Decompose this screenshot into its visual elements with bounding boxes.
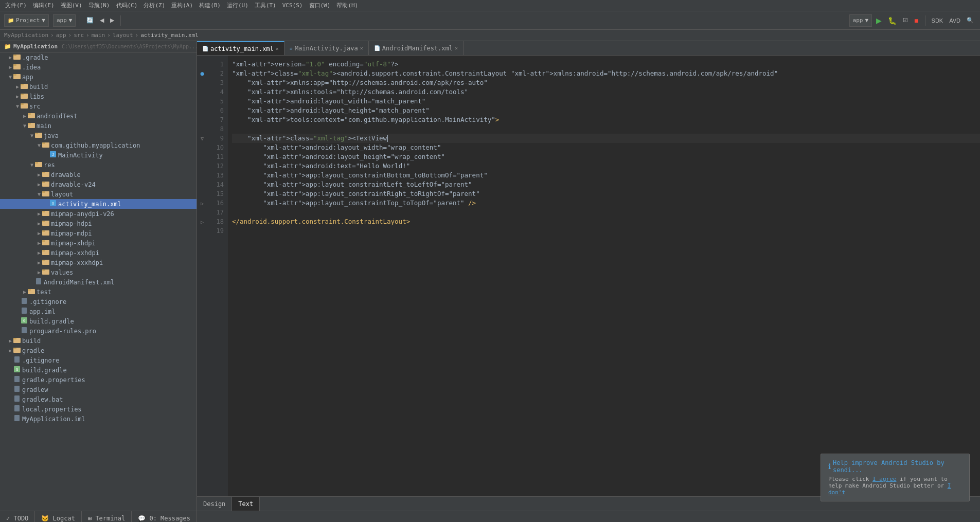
coverage-btn[interactable]: ☑ — [901, 16, 910, 25]
menu-window[interactable]: 窗口(W) — [306, 2, 334, 9]
sidebar-item-activity-main-xml[interactable]: Xactivity_main.xml — [0, 199, 197, 209]
sidebar-item-com-github-myapplication[interactable]: ▼com.github.myapplication — [0, 140, 197, 150]
project-dropdown[interactable]: 📁 Project ▼ — [4, 14, 49, 27]
sidebar-item-build-gradle[interactable]: Gbuild.gradle — [0, 316, 197, 326]
sidebar-item-mainactivity[interactable]: JMainActivity — [0, 150, 197, 160]
tab-messages[interactable]: 💬 0: Messages — [132, 511, 197, 522]
run-btn[interactable]: ▶ — [874, 15, 884, 26]
tree-arrow[interactable]: ▼ — [36, 142, 42, 148]
tree-arrow[interactable]: ▼ — [22, 123, 28, 129]
sdk-btn[interactable]: SDK — [930, 16, 946, 25]
sidebar-item-local-properties[interactable]: local.properties — [0, 404, 197, 414]
notification-agree-link[interactable]: I agree — [872, 476, 896, 482]
sidebar-item-libs[interactable]: ▶libs — [0, 92, 197, 101]
menu-analyze[interactable]: 分析(Z) — [140, 2, 168, 9]
menu-code[interactable]: 代码(C) — [113, 2, 141, 9]
sidebar-item--gradle[interactable]: ▶.gradle — [0, 52, 197, 62]
tab-androidmanifest-xml[interactable]: 📄 AndroidManifest.xml ✕ — [369, 41, 464, 55]
tree-arrow[interactable]: ▶ — [36, 240, 42, 246]
sidebar-item--idea[interactable]: ▶.idea — [0, 62, 197, 72]
sidebar-item-res[interactable]: ▼res — [0, 160, 197, 170]
tab-mainactivity-java[interactable]: ☕ MainActivity.java ✕ — [284, 41, 369, 55]
stop-btn[interactable]: ■ — [912, 15, 920, 26]
search-btn[interactable]: 🔍 — [965, 16, 976, 25]
tree-arrow[interactable]: ▶ — [7, 64, 13, 70]
sidebar-item-mipmap-xxxhdpi[interactable]: ▶mipmap-xxxhdpi — [0, 258, 197, 267]
tree-arrow[interactable]: ▶ — [36, 211, 42, 217]
tree-arrow[interactable]: ▶ — [36, 182, 42, 187]
sidebar-item-build-gradle[interactable]: Gbuild.gradle — [0, 365, 197, 375]
sidebar-item-androidmanifest-xml[interactable]: AndroidManifest.xml — [0, 277, 197, 287]
menu-help[interactable]: 帮助(H) — [333, 2, 361, 9]
sidebar-item-mipmap-xxhdpi[interactable]: ▶mipmap-xxhdpi — [0, 248, 197, 258]
tab-text[interactable]: Text — [232, 497, 260, 511]
tab-logcat[interactable]: 🐱 Logcat — [35, 511, 82, 522]
tab-close-androidmanifest[interactable]: ✕ — [455, 45, 458, 51]
tree-arrow[interactable]: ▶ — [36, 221, 42, 226]
app-module-dropdown[interactable]: app ▼ — [53, 14, 76, 27]
avd-btn[interactable]: AVD — [947, 16, 963, 25]
tree-arrow[interactable]: ▼ — [29, 162, 35, 168]
sidebar-item-src[interactable]: ▼src — [0, 101, 197, 111]
tab-terminal[interactable]: ⊞ Terminal — [82, 511, 132, 522]
tree-arrow[interactable]: ▶ — [36, 260, 42, 265]
tree-arrow[interactable]: ▶ — [22, 289, 28, 295]
tree-arrow[interactable]: ▼ — [14, 103, 21, 109]
tree-arrow[interactable]: ▶ — [36, 250, 42, 256]
sidebar-item-drawable-v24[interactable]: ▶drawable-v24 — [0, 179, 197, 189]
prev-btn[interactable]: ◀ — [98, 16, 106, 25]
menu-file[interactable]: 文件(F) — [2, 2, 30, 9]
sidebar-item--gitignore[interactable]: .gitignore — [0, 297, 197, 307]
tree-arrow[interactable]: ▼ — [29, 133, 35, 138]
sidebar-item-layout[interactable]: ▼layout — [0, 189, 197, 199]
fold-close-icon[interactable]: ▷ — [201, 201, 204, 206]
sidebar-item-drawable[interactable]: ▶drawable — [0, 170, 197, 179]
tree-arrow[interactable]: ▶ — [7, 348, 13, 353]
fold-close-icon[interactable]: ▷ — [201, 219, 204, 225]
menu-refactor[interactable]: 重构(A) — [168, 2, 196, 9]
sidebar-item-mipmap-anydpi-v26[interactable]: ▶mipmap-anydpi-v26 — [0, 209, 197, 219]
tab-design[interactable]: Design — [197, 497, 232, 511]
sidebar-item-app[interactable]: ▼app — [0, 72, 197, 82]
code-content[interactable]: "xml-attr">version="1.0" encoding="utf-8… — [228, 56, 980, 496]
sidebar-item-mipmap-hdpi[interactable]: ▶mipmap-hdpi — [0, 219, 197, 228]
sidebar-item-build[interactable]: ▶build — [0, 336, 197, 346]
tree-arrow[interactable]: ▼ — [36, 191, 42, 197]
tree-arrow[interactable]: ▶ — [22, 113, 28, 119]
tab-activity-main-xml[interactable]: 📄 activity_main.xml ✕ — [197, 41, 284, 55]
tab-close-activity-main[interactable]: ✕ — [276, 46, 279, 51]
sidebar-item-build[interactable]: ▶build — [0, 82, 197, 92]
fold-icon[interactable]: ▽ — [201, 136, 204, 141]
sidebar-item-app-iml[interactable]: app.iml — [0, 307, 197, 316]
run-config-dropdown[interactable]: app ▼ — [849, 14, 872, 27]
tab-close-mainactivity[interactable]: ✕ — [360, 45, 363, 51]
tree-arrow[interactable]: ▶ — [7, 338, 13, 344]
sync-btn[interactable]: 🔄 — [84, 16, 96, 25]
menu-view[interactable]: 视图(V) — [58, 2, 85, 9]
tab-todo[interactable]: ✓ TODO — [0, 511, 35, 522]
tree-arrow[interactable]: ▶ — [14, 84, 21, 89]
menu-run[interactable]: 运行(U) — [224, 2, 252, 9]
menu-edit[interactable]: 编辑(E) — [30, 2, 58, 9]
tree-arrow[interactable]: ▶ — [14, 94, 21, 99]
sidebar-item-androidtest[interactable]: ▶androidTest — [0, 111, 197, 121]
sidebar-item-test[interactable]: ▶test — [0, 287, 197, 297]
menu-tools[interactable]: 工具(T) — [252, 2, 279, 9]
sidebar-item-gradlew[interactable]: gradlew — [0, 385, 197, 394]
bookmark-icon[interactable]: ● — [200, 70, 204, 77]
sidebar-item-mipmap-xhdpi[interactable]: ▶mipmap-xhdpi — [0, 238, 197, 248]
menu-vcs[interactable]: VCS(S) — [279, 2, 306, 9]
tree-arrow[interactable]: ▶ — [36, 230, 42, 236]
sidebar-item-main[interactable]: ▼main — [0, 121, 197, 131]
tree-arrow[interactable]: ▶ — [36, 269, 42, 275]
debug-btn[interactable]: 🐛 — [886, 15, 899, 26]
sidebar-item-mipmap-mdpi[interactable]: ▶mipmap-mdpi — [0, 228, 197, 238]
tree-arrow[interactable]: ▶ — [7, 55, 13, 60]
sidebar-item-proguard-rules-pro[interactable]: proguard-rules.pro — [0, 326, 197, 336]
sidebar-item-values[interactable]: ▶values — [0, 267, 197, 277]
next-btn[interactable]: ▶ — [108, 16, 116, 25]
sidebar-item--gitignore[interactable]: .gitignore — [0, 355, 197, 365]
sidebar-item-gradle[interactable]: ▶gradle — [0, 346, 197, 355]
sidebar-item-gradlew-bat[interactable]: gradlew.bat — [0, 394, 197, 404]
sidebar-item-gradle-properties[interactable]: gradle.properties — [0, 375, 197, 385]
